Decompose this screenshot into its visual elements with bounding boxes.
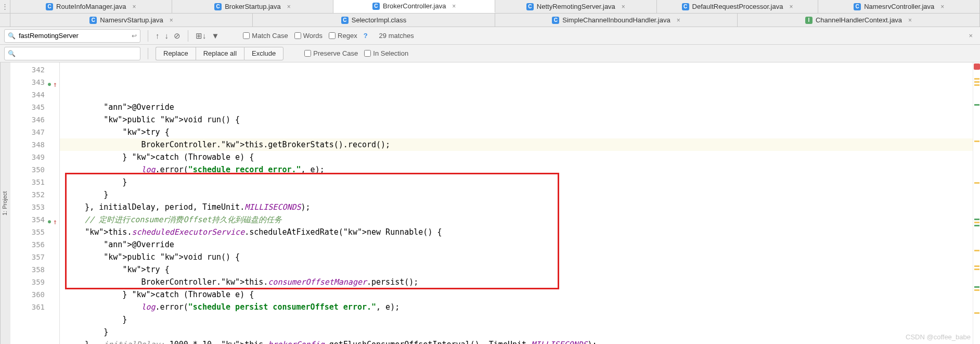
line-number[interactable]: 356 [10, 238, 45, 251]
code-line[interactable]: BrokerController."kw">this.consumerOffse… [66, 276, 973, 288]
code-line[interactable]: }, initialDelay, period, TimeUnit.MILLIS… [66, 201, 973, 213]
select-all-icon[interactable]: ⊘ [174, 31, 180, 41]
override-gutter-icon[interactable] [50, 78, 57, 85]
ok-mark[interactable] [974, 225, 979, 226]
warning-mark[interactable] [974, 265, 979, 267]
close-icon[interactable]: × [789, 3, 793, 10]
code-line[interactable]: } [66, 188, 973, 201]
code-line[interactable]: // 定时进行consumer消费Offset持久化到磁盘的任务 [66, 213, 973, 226]
ok-mark[interactable] [974, 219, 979, 220]
prev-match-icon[interactable]: ↑ [156, 31, 160, 40]
code-line[interactable]: } "kw">catch (Throwable e) { [66, 151, 973, 163]
code-line[interactable]: "kw">public "kw">void run() { [66, 113, 973, 126]
code-line[interactable]: log.error("schedule record error.", e); [66, 163, 973, 176]
ok-mark[interactable] [974, 104, 979, 106]
new-search-icon[interactable]: ⊞↓ [196, 31, 207, 41]
line-number[interactable]: 343 [10, 76, 45, 88]
code-line[interactable]: } [66, 313, 973, 326]
replace-all-button[interactable]: Replace all [196, 47, 244, 60]
line-number[interactable]: 344 [10, 88, 45, 101]
close-icon[interactable]: × [287, 3, 291, 10]
code-line[interactable]: "kw">this.scheduledExecutorService.sched… [66, 226, 973, 238]
preserve-case-checkbox[interactable]: Preserve Case [304, 49, 358, 57]
code-line[interactable]: "ann">@Override [66, 101, 973, 113]
error-mark[interactable] [974, 63, 980, 70]
line-number[interactable]: 348 [10, 138, 45, 151]
tab-selectorimpl[interactable]: C SelectorImpl.class [253, 14, 495, 27]
line-number[interactable]: 354 [10, 213, 45, 226]
tab-defaultrequestprocessor[interactable]: C DefaultRequestProcessor.java × [657, 0, 819, 13]
close-icon[interactable]: × [133, 3, 136, 10]
ok-mark[interactable] [974, 286, 979, 288]
words-checkbox[interactable]: Words [294, 32, 323, 40]
code-line[interactable]: BrokerController."kw">this.getBrokerStat… [60, 138, 973, 151]
history-icon[interactable]: ↩ [132, 32, 137, 40]
code-editor[interactable]: "ann">@Override "kw">public "kw">void ru… [60, 62, 973, 344]
tab-namesrvstartup[interactable]: C NamesrvStartup.java × [10, 14, 253, 27]
line-number[interactable]: 345 [10, 101, 45, 113]
line-number[interactable]: 350 [10, 163, 45, 176]
warning-mark[interactable] [974, 269, 979, 270]
tab-routeinfomanager[interactable]: C RouteInfoManager.java × [10, 0, 172, 13]
tab-brokercontroller[interactable]: C BrokerController.java × [333, 0, 495, 13]
line-number[interactable]: 351 [10, 176, 45, 188]
close-icon[interactable]: × [622, 3, 625, 10]
code-line[interactable]: } [66, 176, 973, 188]
code-line[interactable]: log.error("schedule persist consumerOffs… [66, 301, 973, 313]
close-icon[interactable]: × [677, 17, 680, 24]
search-input[interactable] [19, 32, 128, 40]
warning-mark[interactable] [974, 182, 979, 184]
line-number[interactable]: 358 [10, 263, 45, 276]
line-number[interactable]: 347 [10, 126, 45, 138]
code-line[interactable]: "kw">try { [66, 263, 973, 276]
match-case-checkbox[interactable]: Match Case [243, 32, 288, 40]
warning-mark[interactable] [974, 81, 979, 83]
replace-input[interactable] [16, 49, 137, 57]
warning-mark[interactable] [974, 84, 979, 86]
warning-mark[interactable] [974, 250, 979, 251]
find-field[interactable]: 🔍 ↩ [4, 29, 140, 43]
line-number[interactable]: 360 [10, 288, 45, 301]
exclude-button[interactable]: Exclude [244, 47, 283, 60]
close-find-icon[interactable]: × [965, 32, 976, 40]
warning-mark[interactable] [974, 141, 979, 142]
tab-namesrvcontroller[interactable]: C NamesrvController.java × [818, 0, 980, 13]
close-icon[interactable]: × [908, 17, 912, 24]
tab-simplechannelinbound[interactable]: C SimpleChannelInboundHandler.java × [495, 14, 738, 27]
tab-channelhandlercontext[interactable]: I ChannelHandlerContext.java × [738, 14, 980, 27]
line-number[interactable]: 359 [10, 276, 45, 288]
line-number[interactable]: 357 [10, 251, 45, 263]
filter-icon[interactable]: ▼ [212, 31, 220, 40]
line-number[interactable]: 346 [10, 113, 45, 126]
warning-mark[interactable] [974, 312, 979, 314]
line-number[interactable]: 355 [10, 226, 45, 238]
line-number[interactable]: 342 [10, 63, 45, 76]
tab-nettyremotingserver[interactable]: C NettyRemotingServer.java × [495, 0, 657, 13]
code-line[interactable]: } [66, 326, 973, 338]
error-stripe[interactable] [973, 62, 980, 344]
line-number[interactable]: 352 [10, 188, 45, 201]
replace-field[interactable]: 🔍 [4, 47, 140, 60]
line-number[interactable]: 353 [10, 201, 45, 213]
gutter[interactable]: 3423433443453463473483493503513523533543… [10, 62, 60, 344]
close-icon[interactable]: × [452, 3, 456, 10]
help-icon[interactable]: ? [364, 32, 368, 40]
code-line[interactable]: }, initialDelay: 1000 * 10, "kw">this.br… [66, 338, 973, 344]
line-number[interactable]: 361 [10, 301, 45, 313]
replace-button[interactable]: Replace [156, 47, 196, 60]
override-gutter-icon[interactable] [50, 215, 57, 223]
project-tool-button[interactable]: 1: Project [0, 62, 10, 344]
line-number[interactable]: 349 [10, 151, 45, 163]
code-line[interactable]: } "kw">catch (Throwable e) { [66, 288, 973, 301]
next-match-icon[interactable]: ↓ [165, 31, 169, 40]
warning-mark[interactable] [974, 289, 979, 291]
close-icon[interactable]: × [940, 3, 944, 10]
warning-mark[interactable] [974, 222, 979, 223]
in-selection-checkbox[interactable]: In Selection [364, 49, 408, 57]
close-icon[interactable]: × [170, 17, 173, 24]
code-line[interactable]: "ann">@Override [66, 238, 973, 251]
regex-checkbox[interactable]: Regex [329, 32, 357, 40]
tab-brokerstartup[interactable]: C BrokerStartup.java × [172, 0, 334, 13]
warning-mark[interactable] [974, 78, 979, 80]
code-line[interactable]: "kw">try { [66, 126, 973, 138]
